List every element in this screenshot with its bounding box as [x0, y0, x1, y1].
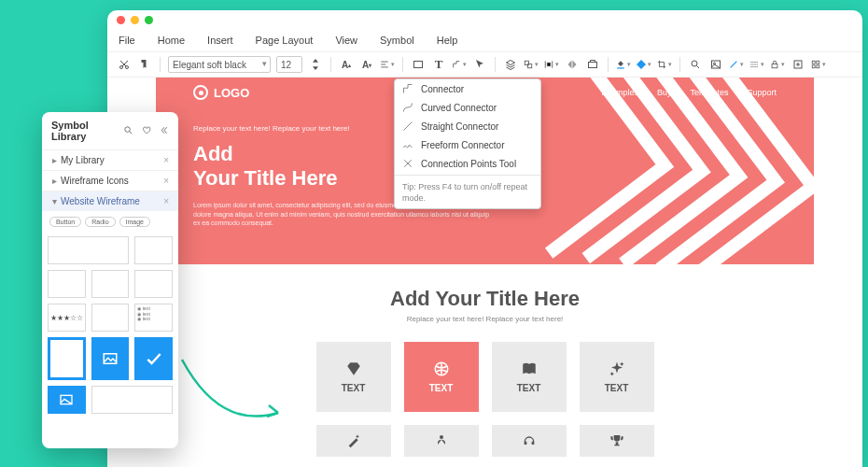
dropdown-label: Connection Points Tool — [421, 159, 516, 169]
symbol-thumb[interactable] — [134, 236, 173, 264]
wand-icon — [346, 433, 361, 448]
tag-chips: Button Radio Image — [42, 211, 178, 233]
dropdown-item-curved[interactable]: Curved Connector — [395, 98, 540, 117]
svg-rect-5 — [589, 63, 597, 68]
size-icon[interactable] — [585, 57, 600, 72]
dropdown-item-freeform[interactable]: Freeform Connector — [395, 135, 540, 154]
symbol-thumb[interactable] — [134, 270, 173, 298]
close-icon[interactable]: × — [163, 155, 169, 165]
library-my-library[interactable]: ▸My Library× — [42, 149, 178, 170]
group-icon[interactable] — [524, 57, 539, 72]
menu-insert[interactable]: Insert — [207, 35, 233, 46]
align-icon[interactable] — [380, 57, 395, 72]
nav-examples[interactable]: Examples — [601, 88, 638, 97]
dropdown-item-points[interactable]: Connection Points Tool — [395, 154, 540, 173]
symbol-thumb[interactable] — [134, 337, 173, 380]
feature-card[interactable] — [580, 425, 654, 457]
feature-card[interactable]: TEXT — [492, 342, 567, 412]
nav-buy[interactable]: Buy — [657, 88, 672, 97]
close-icon[interactable]: × — [163, 176, 169, 186]
svg-point-17 — [440, 435, 443, 439]
cut-icon[interactable] — [117, 57, 132, 72]
drag-arrow-decoration — [177, 355, 289, 439]
menu-view[interactable]: View — [335, 35, 357, 46]
export-icon[interactable] — [791, 57, 805, 72]
font-family-select[interactable]: Elegant soft black — [168, 56, 271, 73]
symbol-thumb-selected[interactable] — [48, 337, 86, 380]
lock-icon[interactable] — [770, 57, 785, 72]
chip-image[interactable]: Image — [119, 217, 150, 227]
connector-dropdown-icon[interactable] — [452, 57, 467, 72]
nav-support[interactable]: Support — [747, 88, 777, 97]
titlebar — [107, 10, 862, 29]
symbol-thumb[interactable] — [48, 386, 86, 414]
svg-rect-13 — [817, 61, 819, 64]
menu-file[interactable]: File — [119, 35, 135, 46]
minimize-window-button[interactable] — [131, 16, 139, 24]
menu-home[interactable]: Home — [158, 35, 185, 46]
layers-icon[interactable] — [503, 57, 518, 72]
chip-radio[interactable]: Radio — [85, 217, 115, 227]
panel-collapse-icon[interactable] — [159, 125, 169, 137]
increase-font-icon[interactable]: A▴ — [339, 57, 354, 72]
close-icon[interactable]: × — [163, 196, 169, 206]
feature-card[interactable]: TEXT — [580, 342, 654, 412]
symbol-thumb[interactable] — [91, 337, 130, 380]
panel-search-icon[interactable] — [123, 125, 133, 137]
flip-icon[interactable] — [565, 57, 580, 72]
library-website-wireframe[interactable]: ▾Website Wireframe× — [42, 191, 178, 211]
menu-help[interactable]: Help — [437, 35, 458, 46]
connector-dropdown: Connector Curved Connector Straight Conn… — [394, 78, 541, 209]
symbol-thumb[interactable] — [48, 236, 129, 264]
straight-connector-icon — [402, 120, 413, 132]
symbol-thumb[interactable]: ★★★☆☆ — [48, 304, 86, 332]
chip-button[interactable]: Button — [49, 217, 81, 227]
freeform-connector-icon — [402, 139, 413, 150]
feature-card[interactable]: TEXT — [316, 342, 391, 412]
svg-rect-15 — [817, 65, 819, 68]
feature-card[interactable] — [492, 425, 567, 457]
nav-templates[interactable]: Templates — [690, 88, 728, 97]
stepper-icon[interactable] — [308, 57, 323, 72]
feature-card[interactable]: TEXT — [404, 342, 479, 412]
trophy-icon — [609, 433, 624, 448]
line-style-icon[interactable] — [749, 57, 764, 72]
close-window-button[interactable] — [117, 16, 125, 24]
symbol-thumb[interactable]: ◉ text◉ text◉ text — [134, 304, 173, 332]
menu-page-layout[interactable]: Page Layout — [256, 35, 314, 46]
panel-favorite-icon[interactable] — [141, 125, 151, 137]
shape-rect-icon[interactable] — [411, 57, 426, 72]
dropdown-label: Straight Connector — [421, 121, 498, 132]
dropdown-item-straight[interactable]: Straight Connector — [395, 117, 540, 135]
menu-symbol[interactable]: Symbol — [380, 35, 414, 46]
symbol-thumb[interactable] — [91, 304, 130, 332]
dropdown-label: Connector — [421, 84, 464, 94]
pointer-icon[interactable] — [472, 57, 487, 72]
format-painter-icon[interactable] — [137, 57, 152, 72]
text-tool-icon[interactable]: T — [431, 57, 446, 72]
svg-rect-12 — [812, 61, 815, 64]
line-color-icon[interactable] — [729, 57, 744, 72]
image-icon[interactable] — [708, 57, 723, 72]
shape-tool-icon[interactable] — [637, 57, 651, 72]
symbol-thumb[interactable] — [48, 270, 86, 298]
library-wireframe-icons[interactable]: ▸Wireframe Icons× — [42, 170, 178, 191]
dropdown-item-connector[interactable]: Connector — [395, 79, 540, 98]
svg-rect-10 — [772, 64, 777, 68]
decrease-font-icon[interactable]: A▾ — [359, 57, 374, 72]
feature-card[interactable] — [404, 425, 479, 457]
panel-title: Symbol Library — [51, 120, 123, 142]
maximize-window-button[interactable] — [145, 16, 153, 24]
more-icon[interactable] — [811, 57, 826, 72]
symbol-thumb[interactable] — [91, 270, 130, 298]
fill-color-icon[interactable] — [616, 57, 631, 72]
crop-icon[interactable] — [657, 57, 672, 72]
dropdown-tip: Tip: Press F4 to turn on/off repeat mode… — [395, 177, 540, 208]
search-icon[interactable] — [688, 57, 703, 72]
symbol-thumb[interactable] — [91, 386, 173, 414]
diamond-icon — [345, 361, 362, 377]
person-icon — [434, 433, 449, 448]
font-size-select[interactable]: 12 — [276, 56, 302, 73]
feature-card[interactable] — [316, 425, 391, 457]
distribute-icon[interactable] — [544, 57, 559, 72]
